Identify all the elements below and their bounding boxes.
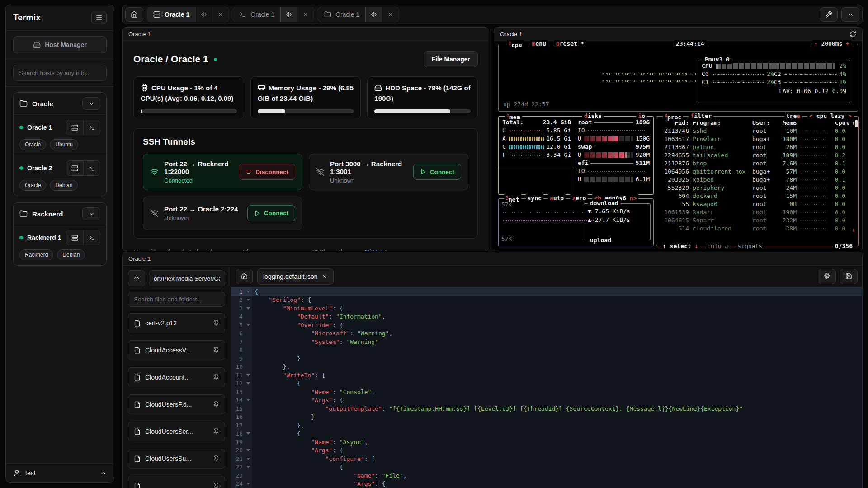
file-item[interactable]: CloudUsersSu... <box>128 449 225 469</box>
host-tag: Oracle <box>19 180 46 191</box>
pin-icon[interactable] <box>213 428 219 435</box>
cpu-core-box: Pmuv3 0 CPU 2% C0 2% <box>698 60 850 103</box>
code-line: 18 { <box>231 430 862 438</box>
split-view-icon <box>286 11 292 18</box>
cpu-icon <box>141 84 151 92</box>
memory-progress-bar <box>258 109 354 113</box>
file-item[interactable]: cert-v2.p12 <box>128 313 225 333</box>
host-terminal-button[interactable] <box>83 161 100 175</box>
memory-usage-card: Memory Usage - 29% (6.85 GiB of 23.44 Gi… <box>250 76 361 119</box>
folder-icon <box>19 210 28 218</box>
pin-icon[interactable] <box>213 347 219 353</box>
proc-scrollbar-thumb[interactable] <box>855 120 858 127</box>
host-row[interactable]: Oracle 1 Oracle <box>14 114 106 155</box>
parent-directory-button[interactable] <box>128 270 145 286</box>
host-tag: Ubuntu <box>50 139 78 150</box>
tunnel-action-label: Disconnect <box>255 169 288 175</box>
tunnel-card: Port 22 → Oracle 2:224 Unknown Connect C… <box>143 197 302 230</box>
file-search-input[interactable] <box>128 292 225 307</box>
cpu-graph <box>602 72 696 75</box>
code-line: 17 }, <box>231 421 862 430</box>
breadcrumb: Oracle / Oracle 1 <box>133 54 208 65</box>
upload-speed: ▲ 27.7 KiB/s <box>588 216 646 225</box>
folder-name: Racknerd <box>32 210 78 218</box>
hamburger-icon <box>95 14 103 21</box>
stat-text: HDD Space - 79% (142G of 190G) <box>374 84 470 102</box>
host-tag: Debian <box>50 180 78 191</box>
pin-icon[interactable] <box>213 320 219 326</box>
pin-icon[interactable] <box>213 455 219 462</box>
tab-close-button[interactable] <box>297 7 314 22</box>
host-terminal-button[interactable] <box>83 120 100 135</box>
editor-home-button[interactable] <box>236 269 253 284</box>
file-name: cert-v2.p12 <box>145 319 208 327</box>
tab-bar: Oracle 1 Oracle 1 <box>122 5 863 24</box>
connect-button[interactable]: Connect <box>413 164 461 180</box>
folder-icon <box>19 99 28 108</box>
tab-label-button[interactable]: Oracle 1 <box>318 7 365 22</box>
tab-close-button[interactable] <box>212 7 229 22</box>
host-server-button[interactable] <box>66 230 83 245</box>
file-item[interactable]: CloudAccount... <box>128 367 225 387</box>
file-name: CloudUsersF.d... <box>145 401 208 408</box>
ssh-tunnels-card: SSH Tunnels Port 22 → Racknerd 1:22000 C… <box>133 128 478 239</box>
folder-name: Oracle <box>32 100 78 108</box>
host-row[interactable]: Oracle 2 Oracle <box>14 155 106 196</box>
code-line: 23 "Name": "File", <box>231 471 862 480</box>
tab-oracle1-files: Oracle 1 <box>318 7 399 22</box>
connect-button[interactable]: Connect <box>247 205 295 221</box>
tools-button[interactable] <box>820 7 838 22</box>
editor-settings-button[interactable]: ⚙ <box>818 269 836 284</box>
core-row: C1 2% <box>702 78 774 86</box>
folder-collapse-button[interactable] <box>82 97 100 110</box>
tab-close-button[interactable] <box>382 7 399 22</box>
code-editor[interactable]: 1{2 "Serilog": {3 "MinimumLevel": {4 "De… <box>231 287 862 488</box>
collapse-tabbar-button[interactable] <box>841 7 859 22</box>
code-line: 22 { <box>231 463 862 472</box>
refresh-icon[interactable] <box>849 31 856 38</box>
play-icon <box>420 169 426 175</box>
path-input[interactable] <box>149 270 225 286</box>
file-item[interactable]: CloudUsersSer... <box>128 422 225 441</box>
pin-icon[interactable] <box>213 483 219 488</box>
tab-label-button[interactable]: Oracle 1 <box>233 7 280 22</box>
net-speeds-box: download ▼ 7.65 KiB/s ▲ 27.7 KiB/s uploa… <box>584 203 651 240</box>
code-line: 12 { <box>231 380 862 388</box>
sidebar-menu-button[interactable] <box>91 11 107 24</box>
tab-split-button-active[interactable] <box>365 7 382 22</box>
disconnect-button[interactable]: Disconnect <box>239 164 295 180</box>
file-item[interactable] <box>128 476 225 488</box>
host-search-input[interactable] <box>13 65 107 81</box>
home-button[interactable] <box>125 7 143 22</box>
file-item[interactable]: CloudAccessV... <box>128 340 225 360</box>
host-manager-button[interactable]: Host Manager <box>13 36 107 53</box>
github-link[interactable]: GitHub <box>364 249 385 252</box>
pin-icon[interactable] <box>213 401 219 408</box>
host-tag: Racknerd <box>19 249 53 260</box>
tab-split-button-active[interactable] <box>280 7 297 22</box>
tab-label-button[interactable]: Oracle 1 <box>147 7 195 22</box>
file-manager-button[interactable]: File Manager <box>424 51 478 67</box>
editor-save-button[interactable] <box>840 269 858 284</box>
file-item[interactable]: CloudUsersF.d... <box>128 394 225 414</box>
host-server-button[interactable] <box>66 120 83 135</box>
pin-icon[interactable] <box>213 374 219 380</box>
folder-collapse-button[interactable] <box>82 207 100 220</box>
host-rows: Racknerd 1 Racknerd <box>14 225 106 265</box>
user-menu[interactable]: test <box>6 463 114 482</box>
cpu-total-bar <box>716 63 835 69</box>
wrench-icon <box>825 11 832 18</box>
host-row[interactable]: Racknerd 1 Racknerd <box>14 225 106 265</box>
gear-icon: ⚙ <box>823 272 830 280</box>
uptime: up 274d 22:57 <box>503 100 549 108</box>
tab-oracle1-stats: Oracle 1 <box>147 7 229 22</box>
process-row: 1061539 Radarr root 190M 0.0 <box>656 208 858 216</box>
editor-tab-close-button[interactable] <box>318 270 331 283</box>
tab-split-button[interactable] <box>195 7 212 22</box>
host-terminal-button[interactable] <box>83 230 100 245</box>
process-row: 1063517 Prowlarr buga+ 180M 0.0 <box>656 135 858 143</box>
chevron-up-icon <box>847 11 854 18</box>
terminal-screen[interactable]: 1cpu menu preset * 23:44:14 - 2000ms + P… <box>494 41 862 251</box>
editor-file-tab[interactable]: logging.default.json <box>257 268 334 285</box>
host-server-button[interactable] <box>66 161 83 175</box>
